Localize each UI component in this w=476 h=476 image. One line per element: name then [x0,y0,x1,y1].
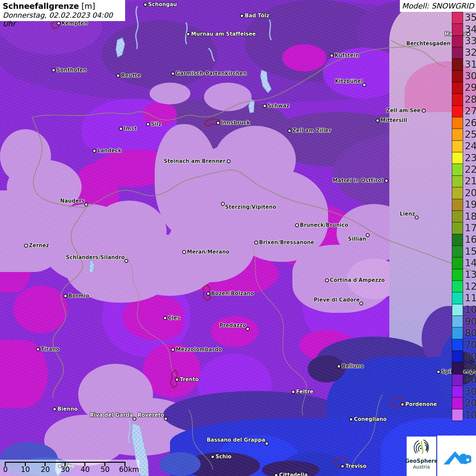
colorbar-tick-label: 1700 [465,223,476,233]
partner-logo-box [437,436,476,476]
colorbar-tick-label: 600 [465,352,476,361]
colorbar-segment [452,187,463,199]
city-label: Schio [216,454,232,460]
colorbar-segment [452,316,463,327]
city-dot [341,464,344,468]
colorbar-tick-label: 1800 [465,212,476,221]
city-dot [359,302,363,305]
colorbar-segment [452,47,463,59]
colorbar-segment [452,246,463,257]
colorbar-segment [452,222,463,234]
scale-bar-label: 60km [119,465,139,474]
colorbar-segment [452,327,463,339]
city-dot [274,473,278,476]
city-label: Rovereto [138,412,164,418]
colorbar-tick-label: 3100 [465,60,476,69]
city-label: Sterzing/Vipiteno [225,204,276,210]
city-dot [265,442,269,445]
colorbar-tick-label: 2800 [465,95,476,104]
city-label: Berchtesgaden [406,40,451,47]
city-dot [216,121,220,125]
colorbar-segment [452,94,463,105]
city-dot [362,83,366,87]
city-dot [164,417,168,421]
city-dot [422,109,426,113]
colorbar-tick-label: 1500 [465,247,476,256]
colorbar-tick-label: 2100 [465,176,476,186]
city-label: Zell am See [386,107,421,114]
city-dot [437,370,440,374]
colorbar-segment [452,59,463,70]
geosphere-logo-country: Austria [413,464,430,470]
city-label: Mezzolombardo [176,346,222,353]
city-dot [295,223,299,227]
colorbar-segment [452,24,463,35]
colorbar-tick-label: 1100 [465,293,476,303]
map-title: Schneefallgrenze [m] [3,1,122,11]
colorbar-legend: 3500340033003200310030002900280027002600… [452,12,476,421]
city-dot [325,278,329,282]
city-label: Nauders [60,198,85,204]
city-dot [163,316,167,320]
colorbar-segment [452,106,463,117]
colorbar-tick-label: 800 [465,328,476,338]
colorbar-tick-label: 2400 [465,141,476,151]
colorbar-segment [452,281,463,292]
colorbar-tick-label: 3400 [465,25,476,34]
model-box: Modell: SNOWGRID [400,0,476,12]
city-dot [182,250,186,254]
city-dot [36,347,40,351]
city-label: Bruneck/Brunico [300,222,348,228]
city-label: Steinach am Brenner [164,158,225,164]
city-label: Zernez [29,242,49,249]
colorbar-tick-label: 2500 [465,130,476,139]
city-dot [84,203,88,206]
city-dot [221,202,225,206]
city-label: Kufstein [335,52,359,58]
colorbar-tick-label: 2300 [465,153,476,163]
city-dot [376,119,379,122]
city-dot [53,407,56,411]
city-label: Trento [180,376,199,382]
city-dot [254,241,258,244]
city-dot [171,348,175,352]
city-label: Bienno [57,406,78,412]
city-dot [337,364,341,368]
city-label: Bad Tölz [245,13,269,19]
colorbar-tick-label: 400 [465,375,476,385]
colorbar-tick-label: 3300 [465,36,476,46]
city-dot [146,122,150,126]
colorbar-segment [452,117,463,129]
city-label: Murnau am Staffelsee [191,31,256,37]
colorbar-segment [452,152,463,164]
colorbar-segment [452,304,463,316]
city-dot [385,179,388,183]
colorbar-tick-label: 1400 [465,258,476,268]
city-label: Schongau [148,1,177,7]
city-dot [52,68,55,72]
city-label: Kitzbühel [335,78,363,84]
city-dot [263,104,267,108]
city-dot [206,292,210,295]
city-label: Conegliano [354,416,387,422]
city-dot [401,403,404,406]
colorbar-segment [452,36,463,47]
geosphere-contour-icon [411,438,432,458]
colorbar-tick-label: 3500 [465,13,476,22]
city-dot [349,418,353,421]
colorbar-tick-label: 1200 [465,282,476,291]
colorbar-segment [452,339,463,351]
geosphere-logo-box: GeoSphere Austria [407,437,436,476]
city-dot [288,129,291,133]
colorbar-segment [452,82,463,94]
city-label: Mittersill [380,117,407,123]
colorbar-tick-label: 2600 [465,118,476,128]
colorbar-segment [452,141,463,152]
city-dot [64,294,67,298]
city-label: Bormio [68,293,89,299]
colorbar-segment [452,397,463,409]
city-label: Reutte [121,72,141,79]
colorbar-segment [452,211,463,222]
scale-bar-label: 30 [61,465,70,474]
colorbar-tick-label: 1300 [465,270,476,279]
